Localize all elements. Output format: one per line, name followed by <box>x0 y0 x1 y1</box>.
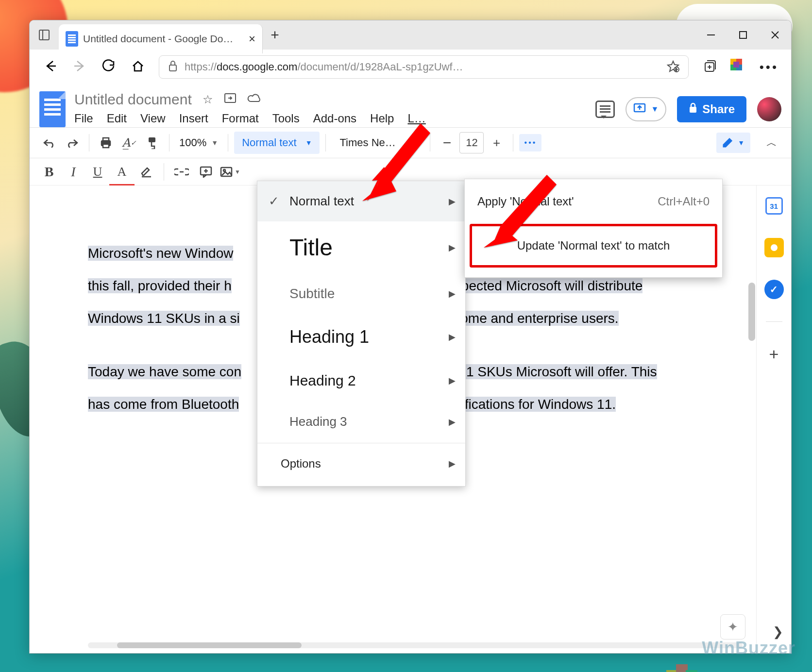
chevron-right-icon: ▶ <box>449 196 456 207</box>
cloud-status-icon[interactable] <box>247 93 259 106</box>
chevron-right-icon: ▶ <box>449 458 456 469</box>
lock-icon <box>689 102 697 116</box>
chevron-right-icon: ▶ <box>449 375 456 386</box>
check-icon: ✓ <box>267 194 281 209</box>
browser-tab[interactable]: Untitled document - Google Doc… × <box>59 24 263 53</box>
dd-heading-2[interactable]: Heading 2 ▶ <box>257 360 465 402</box>
side-panel-toggle[interactable]: ❯ <box>773 624 783 639</box>
font-size-input[interactable]: 12 <box>459 132 484 153</box>
style-dropdown: ✓ Normal text ▶ Title ▶ Subtitle ▶ Headi… <box>257 181 466 487</box>
print-button[interactable] <box>95 132 117 153</box>
svg-rect-17 <box>149 137 155 142</box>
present-button[interactable]: ▼ <box>626 97 666 121</box>
url-text: https://docs.google.com/document/d/1928A… <box>185 61 660 73</box>
move-button[interactable] <box>224 93 237 106</box>
menu-insert[interactable]: Insert <box>179 112 208 125</box>
calendar-icon[interactable]: 31 <box>764 196 784 216</box>
annotation-arrow-icon <box>362 123 430 203</box>
browser-menu-button[interactable]: ••• <box>760 60 778 75</box>
editing-mode-button[interactable]: ▼ <box>716 133 750 153</box>
undo-button[interactable] <box>38 132 60 153</box>
add-comment-button[interactable] <box>195 161 217 183</box>
shortcut-label: Ctrl+Alt+0 <box>658 195 710 208</box>
horizontal-scrollbar[interactable] <box>88 642 743 648</box>
zoom-select[interactable]: 100% ▼ <box>175 136 222 149</box>
tab-actions-icon[interactable] <box>30 20 59 50</box>
dd-heading-3[interactable]: Heading 3 ▶ <box>257 402 465 442</box>
spellcheck-button[interactable]: A̲✓ <box>118 132 140 153</box>
dd-title[interactable]: Title ▶ <box>257 221 465 273</box>
tab-close-button[interactable]: × <box>249 32 255 46</box>
svg-rect-16 <box>103 144 109 148</box>
font-increase-button[interactable]: + <box>486 132 507 153</box>
minimize-button[interactable] <box>695 20 727 50</box>
annotation-arrow-icon <box>484 175 557 250</box>
collections-button[interactable] <box>701 59 718 75</box>
address-bar: https://docs.google.com/document/d/1928A… <box>30 50 791 84</box>
tasks-icon[interactable] <box>764 280 784 299</box>
menu-addons[interactable]: Add-ons <box>313 112 356 125</box>
explore-button[interactable]: ✦ <box>720 614 745 639</box>
document-title[interactable]: Untitled document <box>74 91 192 108</box>
url-input[interactable]: https://docs.google.com/document/d/1928A… <box>159 55 689 79</box>
underline-button[interactable]: U <box>87 161 108 183</box>
paragraph-style-select[interactable]: Normal text ▼ <box>234 132 320 154</box>
text-color-button[interactable]: A <box>111 161 133 183</box>
vertical-scrollbar[interactable] <box>748 283 755 341</box>
menu-format[interactable]: Format <box>222 112 259 125</box>
favorite-button[interactable] <box>667 60 679 74</box>
font-decrease-button[interactable]: − <box>436 132 457 153</box>
svg-point-23 <box>223 169 225 171</box>
insert-image-button[interactable]: ▼ <box>220 161 241 183</box>
share-button[interactable]: Share <box>677 96 746 122</box>
italic-button[interactable]: I <box>63 161 84 183</box>
paint-format-button[interactable] <box>142 132 163 153</box>
highlight-button[interactable] <box>135 161 157 183</box>
chevron-right-icon: ▶ <box>449 417 456 427</box>
insert-link-button[interactable] <box>171 161 192 183</box>
star-button[interactable]: ☆ <box>202 93 214 106</box>
browser-window: Untitled document - Google Doc… × + http… <box>29 20 792 654</box>
keep-icon[interactable] <box>764 238 784 257</box>
chevron-right-icon: ▶ <box>449 288 456 299</box>
lock-icon <box>168 60 178 74</box>
document-area: Microsoft's new Window ew and launching … <box>30 185 791 653</box>
svg-rect-1 <box>740 32 746 38</box>
account-avatar[interactable] <box>757 97 781 121</box>
menu-view[interactable]: View <box>140 112 166 125</box>
caret-down-icon: ▼ <box>651 105 659 114</box>
docs-favicon-icon <box>66 31 78 47</box>
extension-icon[interactable] <box>730 59 747 75</box>
close-window-button[interactable] <box>759 20 791 50</box>
comments-button[interactable] <box>595 101 615 118</box>
dd-options[interactable]: Options ▶ <box>257 444 465 483</box>
refresh-button[interactable] <box>101 59 117 75</box>
menu-file[interactable]: File <box>74 112 93 125</box>
new-tab-button[interactable]: + <box>263 20 287 50</box>
dd-subtitle[interactable]: Subtitle ▶ <box>257 273 465 314</box>
svg-rect-4 <box>169 65 176 71</box>
home-button[interactable] <box>130 59 146 75</box>
bold-button[interactable]: B <box>38 161 60 183</box>
titlebar: Untitled document - Google Doc… × + <box>30 20 791 50</box>
back-button[interactable] <box>42 59 59 75</box>
menu-bar: File Edit View Insert Format Tools Add-o… <box>74 112 587 125</box>
forward-button <box>71 59 88 75</box>
add-addon-button[interactable]: + <box>764 344 784 364</box>
collapse-toolbar-button[interactable]: ︿ <box>761 132 782 153</box>
redo-button[interactable] <box>62 132 83 153</box>
chevron-right-icon: ▶ <box>449 242 456 253</box>
menu-tools[interactable]: Tools <box>272 112 300 125</box>
svg-rect-13 <box>690 107 696 113</box>
dd-heading-1[interactable]: Heading 1 ▶ <box>257 314 465 360</box>
share-label: Share <box>702 102 735 116</box>
style-value: Normal text <box>242 136 296 149</box>
docs-logo-icon[interactable] <box>39 91 66 127</box>
toolbar-more-button[interactable]: ••• <box>519 134 541 151</box>
zoom-value: 100% <box>179 136 206 149</box>
maximize-button[interactable] <box>727 20 759 50</box>
caret-down-icon: ▼ <box>305 139 312 147</box>
dd-normal-text[interactable]: ✓ Normal text ▶ <box>257 181 465 221</box>
watermark-text: WinBuzzer <box>702 638 795 658</box>
menu-edit[interactable]: Edit <box>107 112 127 125</box>
